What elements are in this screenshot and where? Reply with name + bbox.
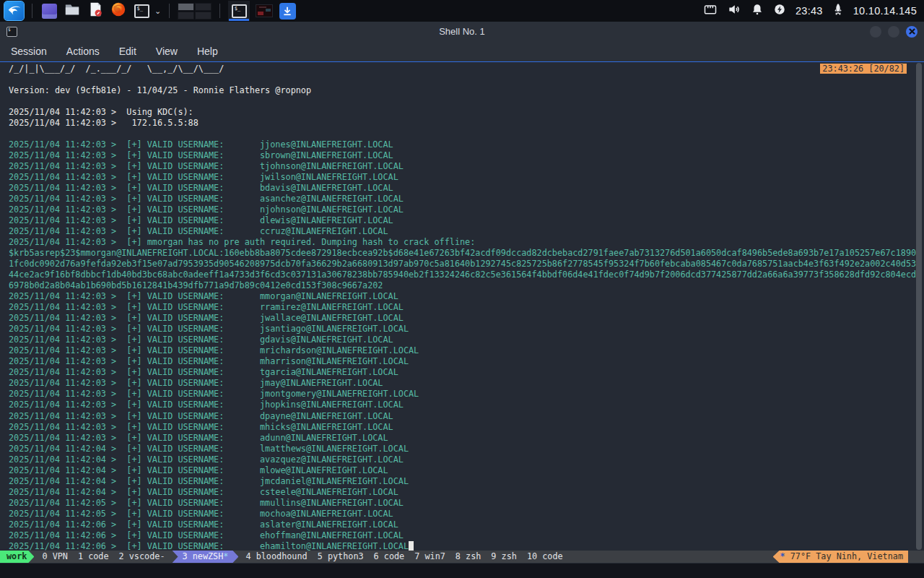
terminal-line: 2025/11/04 11:42:03 > [+] VALID USERNAME… xyxy=(9,367,924,378)
volume-icon[interactable] xyxy=(727,2,741,20)
tmux-window-newZSH[interactable]: 3 newZSH* xyxy=(173,551,239,563)
clock[interactable]: 23:43 xyxy=(796,5,823,17)
window-thumbnail xyxy=(256,4,273,17)
system-tray: 23:43 10.10.14.145 xyxy=(703,2,920,20)
tmux-window-VPN[interactable]: 0 VPN xyxy=(37,551,73,563)
terminal-cursor xyxy=(409,541,414,551)
terminal-line: 2025/11/04 11:42:06 > [+] VALID USERNAME… xyxy=(9,519,924,530)
scrollbar-handle[interactable] xyxy=(916,63,922,550)
terminal-window: $ Shell No. 1 Session Actions Edit View … xyxy=(0,22,924,564)
task-button-terminal[interactable]: $_ xyxy=(228,1,250,21)
terminal-line xyxy=(9,74,924,85)
terminal-line: 2025/11/04 11:42:03 > [+] VALID USERNAME… xyxy=(9,291,924,302)
active-task-indicator xyxy=(229,19,249,21)
terminal-line: 44ce2ac9f16bf8dbbcf1db40bd3bc68abc0adeef… xyxy=(9,269,924,280)
terminal-line: 2025/11/04 11:42:05 > [+] VALID USERNAME… xyxy=(9,509,924,519)
tmux-window-code[interactable]: 6 code xyxy=(369,551,410,563)
kali-menu-button[interactable] xyxy=(4,1,24,20)
terminal-line xyxy=(9,96,924,107)
window-title: Shell No. 1 xyxy=(0,26,924,37)
terminal-line: 2025/11/04 11:42:03 > [+] VALID USERNAME… xyxy=(9,324,924,335)
terminal-line: 2025/11/04 11:42:03 > 172.16.5.5:88 xyxy=(9,118,924,129)
terminal-line: 1fc0dc0902d76a9fefda92eb3f15e07ad7953935… xyxy=(9,259,924,269)
workspace-3[interactable] xyxy=(178,12,194,20)
terminal-line: 2025/11/04 11:42:03 > [+] VALID USERNAME… xyxy=(9,194,924,204)
chevron-down-icon[interactable]: ⌄ xyxy=(154,7,161,16)
taskbar-launchers: $_ ⌄ $_ xyxy=(4,1,296,21)
tmux-window-python3[interactable]: 5 python3 xyxy=(313,551,369,563)
terminal-output[interactable]: /_/|_|\___/_/ /_.___/_/ \__,_/\__/\___/V… xyxy=(0,62,924,551)
weather-label: 77°F Tay Ninh, Vietnam xyxy=(790,551,903,561)
terminal-line: 2025/11/04 11:42:03 > [+] VALID USERNAME… xyxy=(9,302,924,313)
firefox-icon xyxy=(110,1,126,20)
tmux-window-zsh[interactable]: 9 zsh xyxy=(486,551,522,563)
minimize-button[interactable] xyxy=(870,26,881,38)
terminal-line: 2025/11/04 11:42:03 > [+] VALID USERNAME… xyxy=(9,226,924,237)
terminal-line: 2025/11/04 11:42:03 > Using KDC(s): xyxy=(9,107,924,118)
terminal-line: 2025/11/04 11:42:03 > [+] VALID USERNAME… xyxy=(9,204,924,215)
tmux-weather: * 77°F Tay Ninh, Vietnam xyxy=(773,551,908,563)
tmux-window-code[interactable]: 10 code xyxy=(522,551,568,563)
terminal-line: 2025/11/04 11:42:05 > [+] VALID USERNAME… xyxy=(9,498,924,509)
menu-edit[interactable]: Edit xyxy=(119,46,136,57)
workspace-pager[interactable] xyxy=(178,3,212,20)
terminal-line: 2025/11/04 11:42:03 > [+] VALID USERNAME… xyxy=(9,345,924,356)
tmux-status-bar: work 0 VPN1 code2 vscode-3 newZSH*4 bloo… xyxy=(0,551,924,563)
terminal-line: 2025/11/04 11:42:03 > [+] VALID USERNAME… xyxy=(9,150,924,161)
tmux-window-code[interactable]: 1 code xyxy=(73,551,114,563)
window-controls xyxy=(870,26,918,38)
downloads-button[interactable] xyxy=(279,2,296,20)
terminal-line: 2025/11/04 11:42:06 > [+] VALID USERNAME… xyxy=(9,530,924,541)
terminal-line: Version: dev (9cfb81e) - 11/04/25 - Ronn… xyxy=(9,85,924,96)
close-button[interactable] xyxy=(906,26,918,38)
terminal-line: /_/|_|\___/_/ /_.___/_/ \__,_/\__/\___/ xyxy=(9,64,924,74)
menu-view[interactable]: View xyxy=(156,46,178,57)
terminal-line: 2025/11/04 11:42:03 > [+] VALID USERNAME… xyxy=(9,172,924,183)
weather-icon: * xyxy=(780,551,785,561)
terminal-line: 2025/11/04 11:42:03 > [+] VALID USERNAME… xyxy=(9,411,924,422)
scrollbar[interactable] xyxy=(916,63,923,550)
terminal-line: 2025/11/04 11:42:03 > [+] mmorgan has no… xyxy=(9,237,924,248)
terminal-icon: $_ xyxy=(232,4,247,18)
workspace-2[interactable] xyxy=(195,3,212,11)
terminal-line: 2025/11/04 11:42:03 > [+] VALID USERNAME… xyxy=(9,356,924,367)
tmux-window-bloodhound[interactable]: 4 bloodhound xyxy=(240,551,312,563)
file-manager-button[interactable] xyxy=(64,2,81,20)
terminal-line: 2025/11/04 11:42:03 > [+] VALID USERNAME… xyxy=(9,313,924,324)
bell-icon[interactable] xyxy=(751,3,764,19)
workspace-4[interactable] xyxy=(195,12,212,20)
terminal-line: 2025/11/04 11:42:03 > [+] VALID USERNAME… xyxy=(9,183,924,194)
terminal-line: 2025/11/04 11:42:04 > [+] VALID USERNAME… xyxy=(9,465,924,476)
tmux-right-status: * 77°F Tay Ninh, Vietnam xyxy=(773,551,908,563)
desktop-background xyxy=(0,564,924,578)
rocket-vpn-icon[interactable] xyxy=(832,3,844,19)
menu-actions[interactable]: Actions xyxy=(66,46,100,57)
taskbar-separator xyxy=(32,4,32,18)
menu-session[interactable]: Session xyxy=(11,46,47,57)
terminal-line xyxy=(9,129,924,139)
terminal-line: 2025/11/04 11:42:03 > [+] VALID USERNAME… xyxy=(9,335,924,345)
tmux-window-list: 0 VPN1 code2 vscode-3 newZSH*4 bloodhoun… xyxy=(37,551,567,563)
terminal-line: 2025/11/04 11:42:04 > [+] VALID USERNAME… xyxy=(9,487,924,498)
task-button-window[interactable] xyxy=(256,2,273,20)
firefox-button[interactable] xyxy=(110,2,127,20)
tmux-window-vscode[interactable]: 2 vscode- xyxy=(114,551,170,563)
text-editor-button[interactable] xyxy=(87,2,104,20)
vpn-ip[interactable]: 10.10.14.145 xyxy=(853,5,917,17)
taskbar-separator xyxy=(169,4,170,18)
terminal-line: 2025/11/04 11:42:03 > [+] VALID USERNAME… xyxy=(9,400,924,410)
terminal-icon: $_ xyxy=(134,4,149,18)
workspace-1[interactable] xyxy=(178,3,194,11)
menu-help[interactable]: Help xyxy=(197,46,218,57)
terminal-launcher-button[interactable]: $_ xyxy=(133,2,150,20)
tmux-window-win7[interactable]: 7 win7 xyxy=(409,551,450,563)
terminal-line: 2025/11/04 11:42:04 > [+] VALID USERNAME… xyxy=(9,476,924,487)
tmux-window-zsh[interactable]: 8 zsh xyxy=(450,551,487,563)
network-icon[interactable] xyxy=(703,2,718,20)
zsh-right-prompt: 23:43:26 [20/82] xyxy=(820,64,907,74)
desktop-app-button[interactable] xyxy=(40,2,58,20)
terminal-line: 2025/11/04 11:42:04 > [+] VALID USERNAME… xyxy=(9,454,924,465)
power-bolt-icon[interactable] xyxy=(773,3,786,19)
maximize-button[interactable] xyxy=(888,26,899,38)
titlebar[interactable]: $ Shell No. 1 xyxy=(0,22,924,41)
